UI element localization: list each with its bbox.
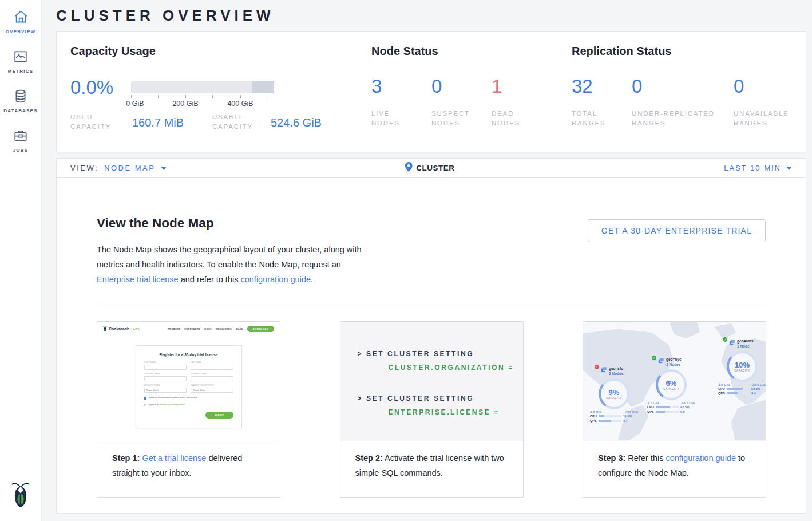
cpu-value: 42.5% <box>680 405 690 409</box>
node-map-panel: View the Node Map The Node Map shows the… <box>56 177 806 514</box>
form-field: FIRST NAME <box>144 361 187 370</box>
sidebar-item-overview[interactable]: OVERVIEW <box>0 0 41 40</box>
stat-live-nodes: 3 LIVE NODES <box>371 76 431 128</box>
step-number: Step 1: <box>112 453 140 463</box>
nav-item: DOCS <box>204 327 212 330</box>
get-trial-license-link[interactable]: Get a trial license <box>142 453 206 463</box>
stat-unavailable-ranges: 0 UNAVAILABLE RANGES <box>734 76 812 128</box>
stat-value: 3 <box>371 76 431 97</box>
time-range-selector[interactable]: LAST 10 MIN <box>724 164 792 172</box>
sql-command: SET CLUSTER SETTING <box>366 394 474 402</box>
cpu-bar <box>727 388 750 390</box>
nav-item: RESOURCES <box>216 327 232 330</box>
field-label: PROJECT PHASE <box>144 384 187 386</box>
axis-tick <box>212 95 213 98</box>
time-range-value: LAST 10 MIN <box>724 164 781 172</box>
view-selector[interactable]: VIEW: NODE MAP <box>70 164 167 172</box>
node-cube-icon <box>729 339 735 345</box>
sidebar-item-jobs[interactable]: JOBS <box>0 119 41 159</box>
sql-commands-illustration: > SET CLUSTER SETTING CLUSTER.ORGANIZATI… <box>340 322 523 441</box>
trial-registration-form: Register for a 30-day trial license FIRS… <box>136 345 242 428</box>
section-heading: View the Node Map <box>97 216 214 231</box>
form-fields: FIRST NAME LAST NAME COMPANY NAME COMPAN… <box>144 361 233 393</box>
qps-bar <box>727 392 750 394</box>
site-mock-header: Cockroach LABS PRODUCT CUSTOMERS DOCS RE… <box>97 322 280 336</box>
locality-header: ✓ geo=nyc 2 Nodes <box>644 357 699 367</box>
used-capacity-percent: 0.0% <box>70 77 113 98</box>
stat-label: DEAD NODES <box>492 109 532 128</box>
cpu-row: CPU 11.0% <box>587 414 641 419</box>
locality-header: ! geo=sfo 2 Nodes <box>587 366 641 376</box>
checkbox-checked-icon <box>144 397 146 400</box>
form-field: REASON FOR INTERESTPlease Select <box>191 384 233 393</box>
sql-prompt: > <box>358 394 363 402</box>
checkbox-label: I agree to the Software License Agreemen… <box>148 404 185 406</box>
checkbox-label: I would like to receive email updates ab… <box>148 397 198 399</box>
enterprise-trial-license-link[interactable]: Enterprise trial license <box>97 275 179 284</box>
capacity-donut-center: 6% CAPACITY <box>658 372 684 398</box>
sidebar-item-metrics[interactable]: METRICS <box>0 40 41 80</box>
stat-label: SUSPECT NODES <box>431 109 477 128</box>
checkbox-text: I agree to the <box>148 404 160 406</box>
field-label: FIRST NAME <box>144 361 187 364</box>
sidebar-item-databases[interactable]: DATABASES <box>0 80 41 119</box>
cluster-summary-panel: Capacity Usage 0.0% 0 GiB 200 GiB 400 Gi… <box>56 31 806 152</box>
enterprise-trial-button[interactable]: GET A 30-DAY ENTERPRISE TRIAL <box>588 219 766 242</box>
node-status-title: Node Status <box>371 45 438 58</box>
axis-tick <box>131 95 132 98</box>
metrics-icon <box>13 49 28 64</box>
description-text: The Node Map shows the geographical layo… <box>97 245 362 269</box>
cpu-label: CPU <box>718 387 725 390</box>
select-input: Please Select <box>191 388 233 393</box>
locality-names: geo=ams 1 Node <box>737 339 753 349</box>
divider <box>97 303 766 303</box>
trial-license-site-screenshot: Cockroach LABS PRODUCT CUSTOMERS DOCS RE… <box>97 322 280 441</box>
stat-total-ranges: 32 TOTAL RANGES <box>572 76 632 128</box>
locality-name: geo=sfo <box>609 366 623 371</box>
stat-value: 0 <box>431 76 492 97</box>
sql-command: SET CLUSTER SETTING <box>366 350 474 358</box>
capacity-used: 3.7 GiB <box>647 401 659 405</box>
configuration-guide-link[interactable]: configuration guide <box>666 453 736 463</box>
site-mock-nav: PRODUCT CUSTOMERS DOCS RESOURCES BLOG DO… <box>168 326 274 332</box>
cpu-bar <box>656 406 679 408</box>
jobs-icon <box>13 128 28 143</box>
cpu-bar <box>599 415 621 417</box>
field-label: REASON FOR INTEREST <box>191 384 233 386</box>
configuration-guide-link[interactable]: configuration guide <box>240 275 311 284</box>
cockroach-labs-logo: Cockroach LABS <box>103 326 140 332</box>
map-pin-icon <box>405 162 412 174</box>
step-number: Step 3: <box>598 453 625 463</box>
axis-tick <box>185 95 186 98</box>
error-badge-icon: ! <box>595 365 599 369</box>
qps-label: QPS <box>590 419 597 423</box>
cpu-label: CPU <box>590 415 597 418</box>
step-1-card: Cockroach LABS PRODUCT CUSTOMERS DOCS RE… <box>97 321 280 498</box>
sql-argument: CLUSTER.ORGANIZATION = <box>358 361 523 374</box>
stat-value: 0 <box>632 76 734 97</box>
stat-suspect-nodes: 0 SUSPECT NODES <box>431 76 492 128</box>
step-1-caption: Step 1: Get a trial license delivered st… <box>97 441 280 490</box>
checkbox-row: I would like to receive email updates ab… <box>144 397 233 400</box>
text-input <box>191 376 233 381</box>
locality-name: geo=nyc <box>666 357 682 362</box>
form-field: PROJECT PHASEPlease Select <box>144 384 187 393</box>
axis-tick-label: 200 GiB <box>172 100 198 108</box>
section-description: The Node Map shows the geographical layo… <box>97 242 366 287</box>
capacity-total: 36.6 GiB <box>752 383 766 386</box>
logo-text: Cockroach <box>109 327 129 331</box>
step-3-caption: Step 3: Refer this configuration guide t… <box>583 441 766 490</box>
locality-header: ✓ geo=ams 1 Node <box>715 339 766 349</box>
capacity-total: 331 GiB <box>625 411 638 414</box>
form-field: COMPANY NAME <box>144 373 187 381</box>
sidebar: OVERVIEW METRICS DATABASES <box>0 0 42 521</box>
step-text: Refer this <box>625 453 666 463</box>
locality-node-count: 1 Node <box>737 344 753 349</box>
field-label: COMPANY NAME <box>144 373 187 375</box>
logo-suffix: LABS <box>131 327 140 331</box>
locality-sfo: ! geo=sfo 2 Nodes 9% CAPACITY <box>587 366 641 423</box>
replication-status-title: Replication Status <box>572 45 671 58</box>
page-title: CLUSTER OVERVIEW <box>56 7 275 25</box>
description-text: . <box>311 275 313 284</box>
step-2-caption: Step 2: Activate the trial license with … <box>340 441 523 490</box>
